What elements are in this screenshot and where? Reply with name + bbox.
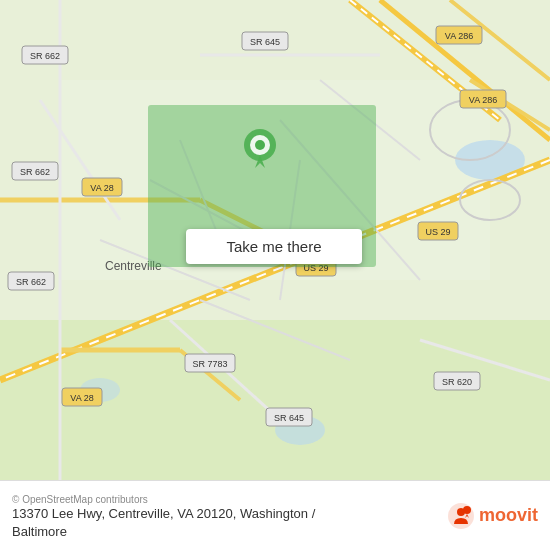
address-line: 13370 Lee Hwy, Centreville, VA 20120, Wa… — [12, 506, 315, 521]
svg-text:VA 286: VA 286 — [469, 95, 497, 105]
moovit-logo: moovit — [447, 502, 538, 530]
svg-text:VA 28: VA 28 — [90, 183, 113, 193]
svg-text:SR 7783: SR 7783 — [192, 359, 227, 369]
svg-point-62 — [255, 140, 265, 150]
svg-text:SR 662: SR 662 — [16, 277, 46, 287]
svg-text:US 29: US 29 — [425, 227, 450, 237]
svg-text:SR 645: SR 645 — [274, 413, 304, 423]
svg-text:SR 645: SR 645 — [250, 37, 280, 47]
svg-text:VA 28: VA 28 — [70, 393, 93, 403]
svg-point-65 — [463, 506, 471, 514]
city-line: Baltimore — [12, 524, 67, 539]
moovit-brand-text: moovit — [479, 505, 538, 526]
moovit-text-block: moovit — [479, 505, 538, 526]
moovit-icon — [447, 502, 475, 530]
svg-text:SR 620: SR 620 — [442, 377, 472, 387]
take-me-there-button[interactable]: Take me there — [186, 229, 362, 264]
bottom-bar: © OpenStreetMap contributors 13370 Lee H… — [0, 480, 550, 550]
svg-text:SR 662: SR 662 — [20, 167, 50, 177]
svg-text:VA 286: VA 286 — [445, 31, 473, 41]
copyright-text: © OpenStreetMap contributors — [12, 494, 437, 505]
address-text: 13370 Lee Hwy, Centreville, VA 20120, Wa… — [12, 505, 437, 541]
address-section: © OpenStreetMap contributors 13370 Lee H… — [12, 490, 437, 541]
map-view: SR 662 SR 645 VA 286 VA 286 SR 662 VA 28… — [0, 0, 550, 480]
svg-text:SR 662: SR 662 — [30, 51, 60, 61]
